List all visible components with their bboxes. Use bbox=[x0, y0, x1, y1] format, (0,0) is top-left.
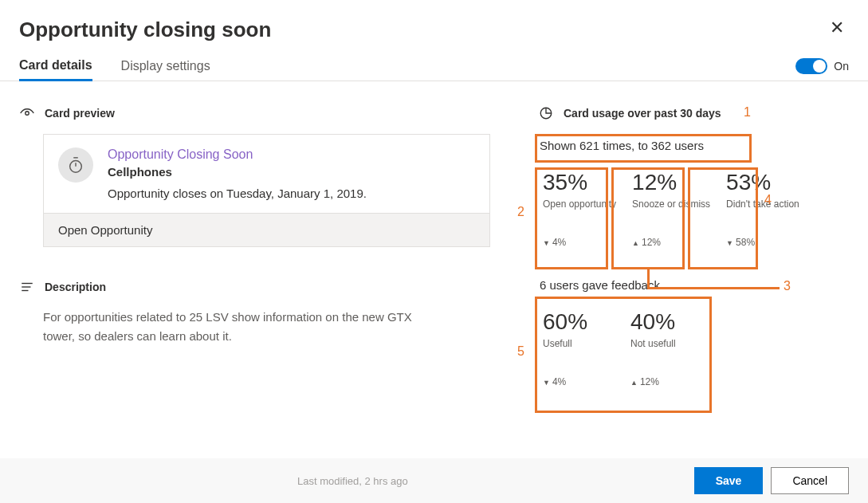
feedback-stats-row: 60% Usefull 4% 40% Not usefull 12% bbox=[538, 306, 849, 395]
pie-chart-icon bbox=[538, 105, 554, 121]
close-button[interactable]: ✕ bbox=[825, 18, 849, 38]
content: Card preview Opportunity Closing Soon Ce… bbox=[0, 81, 868, 410]
stat-pct: 40% bbox=[630, 309, 686, 335]
footer: Last modified, 2 hrs ago Save Cancel bbox=[0, 458, 868, 503]
annotation-number-5: 5 bbox=[517, 344, 524, 359]
preview-card-description: Opportunity closes on Tuesday, January 1… bbox=[108, 187, 367, 200]
card-preview-label: Card preview bbox=[45, 107, 115, 120]
footer-meta: Last modified, 2 hrs ago bbox=[19, 475, 686, 487]
stat-label: Usefull bbox=[543, 338, 599, 362]
preview-card-title: Opportunity Closing Soon bbox=[108, 147, 367, 162]
tab-card-details[interactable]: Card details bbox=[19, 52, 92, 81]
annotation-number-4: 4 bbox=[764, 193, 772, 207]
preview-card-action[interactable]: Open Opportunity bbox=[44, 213, 489, 246]
card-preview-header: Card preview bbox=[19, 105, 490, 121]
enabled-toggle[interactable] bbox=[795, 58, 827, 74]
annotation-number-3: 3 bbox=[784, 279, 791, 293]
preview-icon bbox=[19, 105, 35, 121]
stat-snooze-dismiss: 12% Snooze or dismiss 12% bbox=[627, 167, 715, 256]
description-text: For opportunities related to 25 LSV show… bbox=[43, 308, 426, 346]
description-icon bbox=[19, 279, 35, 295]
usage-summary: Shown 621 times, to 362 users bbox=[538, 134, 849, 157]
stat-label: Didn't take action bbox=[726, 198, 799, 222]
tab-bar: Card details Display settings On bbox=[0, 52, 868, 81]
stat-delta: 12% bbox=[630, 376, 686, 387]
preview-card: Opportunity Closing Soon Cellphones Oppo… bbox=[43, 134, 490, 247]
annotation-number-1: 1 bbox=[744, 105, 751, 120]
stat-label: Open opportunity bbox=[543, 198, 616, 222]
stat-open-opportunity: 35% Open opportunity 4% bbox=[538, 167, 621, 256]
stat-label: Not usefull bbox=[630, 338, 686, 362]
description-header: Description bbox=[19, 279, 490, 295]
stat-delta: 58% bbox=[726, 237, 799, 248]
usage-header: Card usage over past 30 days bbox=[538, 105, 849, 121]
stat-pct: 60% bbox=[543, 309, 599, 335]
preview-card-subtitle: Cellphones bbox=[108, 165, 367, 179]
stat-pct: 35% bbox=[543, 170, 616, 195]
stat-useful: 60% Usefull 4% bbox=[538, 306, 603, 395]
stat-pct: 12% bbox=[632, 170, 710, 195]
save-button[interactable]: Save bbox=[694, 467, 764, 494]
feedback-summary: 6 users gave feedback bbox=[538, 273, 849, 297]
svg-point-1 bbox=[70, 161, 82, 173]
tab-display-settings[interactable]: Display settings bbox=[121, 53, 210, 80]
stopwatch-icon bbox=[58, 147, 93, 183]
right-column: Card usage over past 30 days Shown 621 t… bbox=[538, 105, 849, 410]
enabled-toggle-wrap: On bbox=[795, 58, 849, 74]
toggle-label: On bbox=[834, 60, 849, 73]
stat-delta: 4% bbox=[543, 237, 616, 248]
description-label: Description bbox=[45, 281, 106, 293]
stat-delta: 4% bbox=[543, 376, 599, 387]
page-title: Opportunity closing soon bbox=[19, 18, 271, 42]
stat-label: Snooze or dismiss bbox=[632, 198, 710, 222]
stat-delta: 12% bbox=[632, 237, 710, 248]
cancel-button[interactable]: Cancel bbox=[771, 467, 849, 494]
stat-not-useful: 40% Not usefull 12% bbox=[626, 306, 691, 395]
stat-no-action: 53% Didn't take action 58% bbox=[721, 167, 804, 256]
header: Opportunity closing soon ✕ bbox=[0, 0, 868, 52]
svg-point-0 bbox=[26, 112, 29, 116]
annotation-number-2: 2 bbox=[517, 205, 524, 219]
usage-stats-row: 35% Open opportunity 4% 12% Snooze or di… bbox=[538, 167, 849, 256]
left-column: Card preview Opportunity Closing Soon Ce… bbox=[19, 105, 490, 410]
description-section: Description For opportunities related to… bbox=[19, 279, 490, 346]
usage-label: Card usage over past 30 days bbox=[564, 107, 721, 120]
stat-pct: 53% bbox=[726, 170, 799, 195]
